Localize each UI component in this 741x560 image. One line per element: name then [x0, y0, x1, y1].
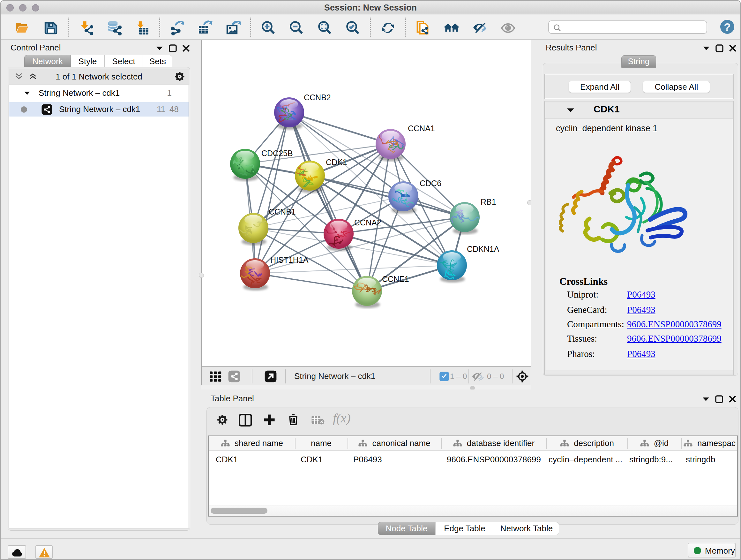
svg-text:?: ? — [724, 21, 731, 33]
